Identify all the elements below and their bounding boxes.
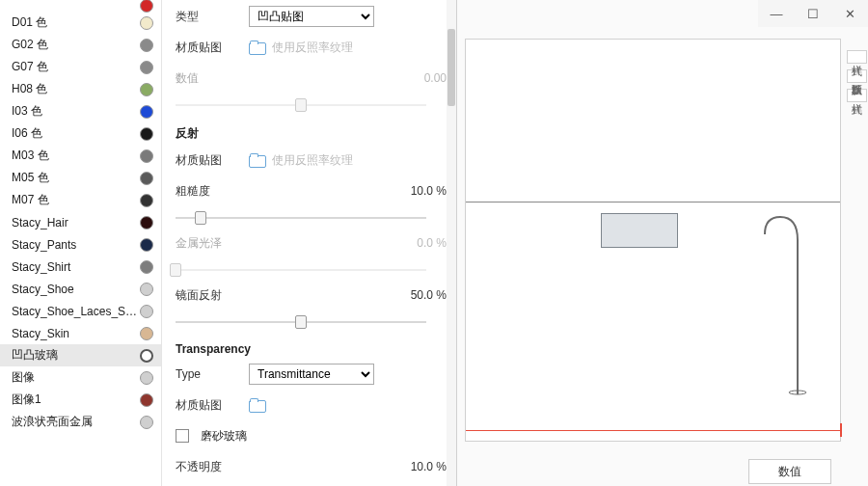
material-row[interactable]: I03 色 <box>0 100 161 122</box>
horizon-line <box>466 202 840 202</box>
material-label: I06 色 <box>12 125 140 142</box>
color-swatch <box>140 327 153 340</box>
roughness-label: 粗糙度 <box>176 183 243 200</box>
material-row[interactable]: Stacy_Shirt <box>0 256 161 278</box>
material-label: 凹凸玻璃 <box>12 347 140 364</box>
bump-amount-label: 数值 <box>176 70 243 87</box>
color-swatch <box>140 149 153 163</box>
material-label: M05 色 <box>12 170 140 186</box>
color-swatch <box>140 194 153 207</box>
material-label: Stacy_Shoe <box>12 283 140 296</box>
transparency-type-select[interactable]: Transmittance <box>249 364 374 385</box>
material-row[interactable]: M03 色 <box>0 145 161 167</box>
material-row[interactable]: M05 色 <box>0 167 161 189</box>
axis-tick <box>840 423 842 437</box>
color-swatch <box>140 61 153 74</box>
material-label: D01 色 <box>12 14 140 31</box>
transparency-section: Transparency <box>176 342 447 356</box>
material-row[interactable]: G02 色 <box>0 34 161 56</box>
material-properties-panel: 类型 凹凸贴图 材质贴图 使用反照率纹理 数值 0.00 反射 材质贴图 使用反… <box>162 0 457 486</box>
material-label: G07 色 <box>12 59 140 75</box>
scene-box-object[interactable] <box>601 213 678 248</box>
metalness-slider[interactable] <box>176 261 426 279</box>
color-swatch <box>140 83 153 96</box>
material-row[interactable]: G07 色 <box>0 56 161 78</box>
color-swatch <box>140 349 153 363</box>
bump-type-select[interactable]: 凹凸贴图 <box>249 6 374 27</box>
material-label: Stacy_Shirt <box>12 260 140 274</box>
folder-icon[interactable] <box>249 153 266 168</box>
color-swatch <box>140 238 153 252</box>
specular-label: 镜面反射 <box>176 287 243 304</box>
color-swatch <box>140 260 153 274</box>
side-tab[interactable]: 默认面板 <box>847 69 867 83</box>
specular-value: 50.0 % <box>411 288 447 302</box>
minimize-button[interactable]: — <box>758 0 795 27</box>
material-row-top[interactable] <box>0 0 161 12</box>
material-label: Stacy_Hair <box>12 216 140 230</box>
material-list[interactable]: D01 色G02 色G07 色H08 色I03 色I06 色M03 色M05 色… <box>0 0 162 486</box>
material-label: H08 色 <box>12 81 140 97</box>
reflection-section: 反射 <box>176 125 447 142</box>
opacity-label: 不透明度 <box>176 459 243 475</box>
statusbar-tabs: 数值 <box>748 459 831 484</box>
color-swatch <box>140 39 153 52</box>
color-swatch <box>140 416 153 429</box>
material-label: 图像 <box>12 369 140 386</box>
material-row[interactable]: 图像 <box>0 366 161 389</box>
refl-map-hint[interactable]: 使用反照率纹理 <box>272 152 353 169</box>
side-tab-strip: 样式 默认面板 样式 <box>847 50 866 108</box>
material-label: Stacy_Skin <box>12 327 140 340</box>
material-label: Stacy_Pants <box>12 238 140 252</box>
maximize-button[interactable]: ☐ <box>795 0 831 27</box>
material-row[interactable]: M07 色 <box>0 189 161 211</box>
folder-icon[interactable] <box>249 40 266 55</box>
statusbar-tab-value[interactable]: 数值 <box>748 459 831 484</box>
panel-scrollbar[interactable] <box>447 0 456 486</box>
material-row[interactable]: Stacy_Skin <box>0 322 161 344</box>
material-row[interactable]: D01 色 <box>0 12 161 34</box>
scene-lamp-object[interactable] <box>765 211 803 394</box>
ground-axis-line <box>466 430 840 431</box>
material-label: Stacy_Shoe_Laces_Sole <box>12 305 140 318</box>
frosted-label: 磨砂玻璃 <box>201 428 247 445</box>
material-row[interactable]: Stacy_Pants <box>0 233 161 256</box>
color-swatch <box>140 283 153 296</box>
roughness-value: 10.0 % <box>411 184 447 198</box>
material-row[interactable]: 图像1 <box>0 389 161 411</box>
bump-type-label: 类型 <box>176 9 243 25</box>
roughness-slider[interactable] <box>176 209 426 227</box>
material-row[interactable]: Stacy_Hair <box>0 211 161 233</box>
close-button[interactable]: ✕ <box>831 0 868 27</box>
side-tab[interactable]: 样式 <box>847 89 867 102</box>
side-tab[interactable]: 样式 <box>847 50 867 64</box>
transparency-type-label: Type <box>176 367 243 381</box>
material-label: I03 色 <box>12 103 140 120</box>
material-label: M07 色 <box>12 192 140 208</box>
frosted-checkbox[interactable] <box>176 429 189 443</box>
color-swatch <box>140 393 153 407</box>
material-row[interactable]: Stacy_Shoe <box>0 278 161 300</box>
bump-amount-slider[interactable] <box>176 96 426 114</box>
material-row[interactable]: I06 色 <box>0 122 161 145</box>
color-swatch <box>140 172 153 185</box>
bump-map-label: 材质贴图 <box>176 40 243 56</box>
window-controls: — ☐ ✕ <box>758 0 868 27</box>
viewport-3d[interactable] <box>465 39 841 442</box>
material-row[interactable]: 波浪状亮面金属 <box>0 411 161 433</box>
color-swatch <box>140 16 153 30</box>
transparency-map-label: 材质贴图 <box>176 397 243 414</box>
material-row[interactable]: Stacy_Shoe_Laces_Sole <box>0 300 161 322</box>
material-label: 图像1 <box>12 392 140 408</box>
material-row[interactable]: H08 色 <box>0 78 161 100</box>
color-swatch <box>140 127 153 141</box>
material-label: 波浪状亮面金属 <box>12 414 140 430</box>
color-swatch <box>140 371 153 385</box>
opacity-value: 10.0 % <box>411 460 447 473</box>
metalness-value: 0.0 % <box>417 236 447 250</box>
bump-map-hint[interactable]: 使用反照率纹理 <box>272 40 353 56</box>
folder-icon[interactable] <box>249 398 266 413</box>
material-row[interactable]: 凹凸玻璃 <box>0 344 161 366</box>
specular-slider[interactable] <box>176 313 426 331</box>
viewport-area: — ☐ ✕ 样式 默认面板 样式 数值 <box>457 0 868 486</box>
